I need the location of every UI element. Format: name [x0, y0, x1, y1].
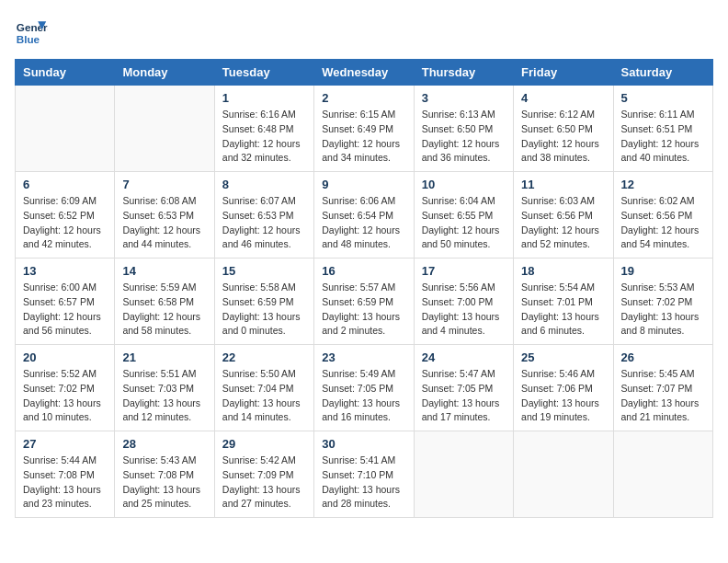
- calendar-day-cell: 28Sunrise: 5:43 AM Sunset: 7:08 PM Dayli…: [115, 431, 214, 518]
- day-info: Sunrise: 6:00 AM Sunset: 6:57 PM Dayligh…: [23, 281, 107, 339]
- calendar-week-row: 13Sunrise: 6:00 AM Sunset: 6:57 PM Dayli…: [16, 259, 713, 345]
- day-number: 28: [122, 437, 206, 451]
- calendar-day-cell: 8Sunrise: 6:07 AM Sunset: 6:53 PM Daylig…: [214, 172, 313, 259]
- day-info: Sunrise: 5:41 AM Sunset: 7:10 PM Dayligh…: [322, 454, 405, 511]
- day-of-week-header: Tuesday: [214, 60, 313, 86]
- day-number: 14: [122, 264, 206, 278]
- calendar-day-cell: [115, 86, 214, 172]
- calendar-week-row: 20Sunrise: 5:52 AM Sunset: 7:02 PM Dayli…: [16, 345, 713, 431]
- day-number: 1: [222, 91, 306, 105]
- calendar-day-cell: 7Sunrise: 6:08 AM Sunset: 6:53 PM Daylig…: [115, 172, 214, 259]
- day-number: 15: [222, 264, 306, 278]
- day-info: Sunrise: 5:51 AM Sunset: 7:03 PM Dayligh…: [122, 367, 206, 425]
- day-info: Sunrise: 5:43 AM Sunset: 7:08 PM Dayligh…: [122, 454, 206, 511]
- calendar-day-cell: 5Sunrise: 6:11 AM Sunset: 6:51 PM Daylig…: [613, 86, 712, 172]
- day-info: Sunrise: 6:12 AM Sunset: 6:50 PM Dayligh…: [521, 108, 605, 166]
- day-number: 18: [521, 264, 605, 278]
- calendar-day-cell: 4Sunrise: 6:12 AM Sunset: 6:50 PM Daylig…: [514, 86, 613, 172]
- day-number: 10: [422, 178, 506, 191]
- day-info: Sunrise: 6:03 AM Sunset: 6:56 PM Dayligh…: [521, 194, 605, 252]
- calendar-day-cell: 23Sunrise: 5:49 AM Sunset: 7:05 PM Dayli…: [314, 345, 414, 431]
- calendar-day-cell: 13Sunrise: 6:00 AM Sunset: 6:57 PM Dayli…: [16, 259, 115, 345]
- calendar-day-cell: 27Sunrise: 5:44 AM Sunset: 7:08 PM Dayli…: [16, 431, 115, 518]
- day-number: 13: [23, 264, 107, 278]
- day-number: 4: [521, 91, 605, 105]
- day-info: Sunrise: 5:44 AM Sunset: 7:08 PM Dayligh…: [23, 454, 107, 511]
- day-number: 25: [521, 350, 605, 364]
- calendar-day-cell: 14Sunrise: 5:59 AM Sunset: 6:58 PM Dayli…: [115, 259, 214, 345]
- day-number: 9: [322, 178, 405, 191]
- day-number: 8: [222, 178, 306, 191]
- calendar-day-cell: 2Sunrise: 6:15 AM Sunset: 6:49 PM Daylig…: [314, 86, 414, 172]
- calendar-day-cell: 16Sunrise: 5:57 AM Sunset: 6:59 PM Dayli…: [314, 259, 414, 345]
- day-info: Sunrise: 6:11 AM Sunset: 6:51 PM Dayligh…: [621, 108, 705, 166]
- calendar-day-cell: 30Sunrise: 5:41 AM Sunset: 7:10 PM Dayli…: [314, 431, 414, 518]
- calendar-week-row: 6Sunrise: 6:09 AM Sunset: 6:52 PM Daylig…: [16, 172, 713, 259]
- day-info: Sunrise: 5:54 AM Sunset: 7:01 PM Dayligh…: [521, 281, 605, 339]
- day-info: Sunrise: 6:08 AM Sunset: 6:53 PM Dayligh…: [122, 194, 206, 252]
- calendar-week-row: 1Sunrise: 6:16 AM Sunset: 6:48 PM Daylig…: [16, 86, 713, 172]
- calendar-day-cell: 24Sunrise: 5:47 AM Sunset: 7:05 PM Dayli…: [414, 345, 513, 431]
- svg-text:Blue: Blue: [17, 33, 40, 45]
- day-number: 16: [322, 264, 405, 278]
- calendar-day-cell: [514, 431, 613, 518]
- calendar-day-cell: 19Sunrise: 5:53 AM Sunset: 7:02 PM Dayli…: [613, 259, 712, 345]
- day-info: Sunrise: 6:15 AM Sunset: 6:49 PM Dayligh…: [322, 108, 405, 166]
- day-number: 7: [122, 178, 206, 191]
- day-number: 11: [521, 178, 605, 191]
- calendar-week-row: 27Sunrise: 5:44 AM Sunset: 7:08 PM Dayli…: [16, 431, 713, 518]
- day-number: 12: [621, 178, 705, 191]
- day-number: 20: [23, 350, 107, 364]
- day-number: 5: [621, 91, 705, 105]
- calendar-day-cell: 6Sunrise: 6:09 AM Sunset: 6:52 PM Daylig…: [16, 172, 115, 259]
- day-info: Sunrise: 5:42 AM Sunset: 7:09 PM Dayligh…: [222, 454, 306, 511]
- calendar-day-cell: 25Sunrise: 5:46 AM Sunset: 7:06 PM Dayli…: [514, 345, 613, 431]
- day-info: Sunrise: 6:13 AM Sunset: 6:50 PM Dayligh…: [422, 108, 506, 166]
- calendar-day-cell: 12Sunrise: 6:02 AM Sunset: 6:56 PM Dayli…: [613, 172, 712, 259]
- calendar-day-cell: 20Sunrise: 5:52 AM Sunset: 7:02 PM Dayli…: [16, 345, 115, 431]
- day-of-week-header: Saturday: [613, 60, 712, 86]
- calendar-day-cell: 15Sunrise: 5:58 AM Sunset: 6:59 PM Dayli…: [214, 259, 313, 345]
- calendar-day-cell: 17Sunrise: 5:56 AM Sunset: 7:00 PM Dayli…: [414, 259, 513, 345]
- day-info: Sunrise: 6:09 AM Sunset: 6:52 PM Dayligh…: [23, 194, 107, 252]
- day-info: Sunrise: 5:52 AM Sunset: 7:02 PM Dayligh…: [23, 367, 107, 425]
- calendar-day-cell: [613, 431, 712, 518]
- calendar-day-cell: 21Sunrise: 5:51 AM Sunset: 7:03 PM Dayli…: [115, 345, 214, 431]
- day-info: Sunrise: 5:50 AM Sunset: 7:04 PM Dayligh…: [222, 367, 306, 425]
- calendar-day-cell: [16, 86, 115, 172]
- day-number: 24: [422, 350, 506, 364]
- calendar-day-cell: 22Sunrise: 5:50 AM Sunset: 7:04 PM Dayli…: [214, 345, 313, 431]
- calendar-day-cell: 18Sunrise: 5:54 AM Sunset: 7:01 PM Dayli…: [514, 259, 613, 345]
- calendar-day-cell: [414, 431, 513, 518]
- day-of-week-header: Monday: [115, 60, 214, 86]
- day-info: Sunrise: 5:58 AM Sunset: 6:59 PM Dayligh…: [222, 281, 306, 339]
- day-number: 6: [23, 178, 107, 191]
- day-number: 19: [621, 264, 705, 278]
- day-info: Sunrise: 5:57 AM Sunset: 6:59 PM Dayligh…: [322, 281, 405, 339]
- day-number: 27: [23, 437, 107, 451]
- logo: General Blue: [15, 15, 48, 48]
- calendar-table: SundayMondayTuesdayWednesdayThursdayFrid…: [15, 59, 713, 518]
- header: General Blue: [15, 15, 713, 48]
- day-of-week-header: Thursday: [414, 60, 513, 86]
- day-number: 30: [322, 437, 405, 451]
- calendar-day-cell: 10Sunrise: 6:04 AM Sunset: 6:55 PM Dayli…: [414, 172, 513, 259]
- day-number: 23: [322, 350, 405, 364]
- day-info: Sunrise: 6:04 AM Sunset: 6:55 PM Dayligh…: [422, 194, 506, 252]
- day-info: Sunrise: 5:53 AM Sunset: 7:02 PM Dayligh…: [621, 281, 705, 339]
- day-info: Sunrise: 6:06 AM Sunset: 6:54 PM Dayligh…: [322, 194, 405, 252]
- logo-icon: General Blue: [15, 15, 48, 48]
- day-number: 26: [621, 350, 705, 364]
- day-info: Sunrise: 5:47 AM Sunset: 7:05 PM Dayligh…: [422, 367, 506, 425]
- day-info: Sunrise: 5:56 AM Sunset: 7:00 PM Dayligh…: [422, 281, 506, 339]
- day-number: 17: [422, 264, 506, 278]
- day-info: Sunrise: 5:59 AM Sunset: 6:58 PM Dayligh…: [122, 281, 206, 339]
- calendar-body: 1Sunrise: 6:16 AM Sunset: 6:48 PM Daylig…: [16, 86, 713, 518]
- calendar-day-cell: 3Sunrise: 6:13 AM Sunset: 6:50 PM Daylig…: [414, 86, 513, 172]
- day-number: 2: [322, 91, 405, 105]
- calendar-header-row: SundayMondayTuesdayWednesdayThursdayFrid…: [16, 60, 713, 86]
- day-info: Sunrise: 6:16 AM Sunset: 6:48 PM Dayligh…: [222, 108, 306, 166]
- day-info: Sunrise: 5:45 AM Sunset: 7:07 PM Dayligh…: [621, 367, 705, 425]
- day-info: Sunrise: 6:02 AM Sunset: 6:56 PM Dayligh…: [621, 194, 705, 252]
- day-info: Sunrise: 6:07 AM Sunset: 6:53 PM Dayligh…: [222, 194, 306, 252]
